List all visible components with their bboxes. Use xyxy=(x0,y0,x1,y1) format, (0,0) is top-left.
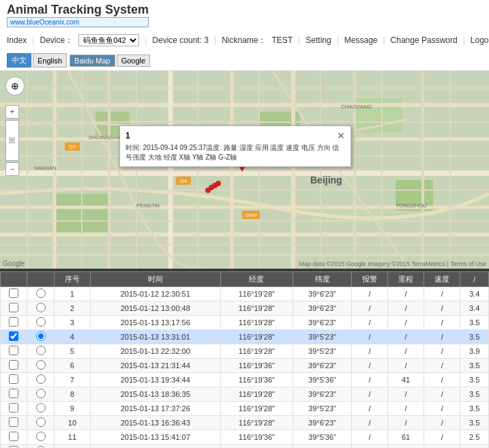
row-radio[interactable] xyxy=(36,374,46,384)
row-lat: 39°5'36" xyxy=(293,373,352,387)
popup-close-button[interactable]: ✕ xyxy=(337,130,345,141)
row-time: 2015-01-13 22:32:00 xyxy=(90,344,220,359)
col-checkbox xyxy=(1,272,27,287)
row-checkbox-cell[interactable] xyxy=(1,287,27,301)
table-row[interactable]: 11 2015-01-13 15:41:07 116°19'36" 39°5'3… xyxy=(1,430,489,445)
nav-message[interactable]: Message xyxy=(344,35,378,45)
row-radio-cell[interactable] xyxy=(27,387,54,402)
device-select[interactable]: 码鱼鱼鱼042 xyxy=(78,34,139,46)
zoom-in-button[interactable]: + xyxy=(5,105,19,119)
map-type-buttons: Baidu Map Google xyxy=(70,55,150,67)
row-checkbox[interactable] xyxy=(9,389,18,398)
nav-nickname-label: Nickname： xyxy=(222,35,266,46)
row-lat: 39°6'23" xyxy=(293,301,352,316)
row-extra: 4 xyxy=(460,445,489,449)
row-checkbox[interactable] xyxy=(9,374,18,384)
row-checkbox[interactable] xyxy=(9,360,18,370)
nav-index[interactable]: Index xyxy=(7,35,27,45)
table-row[interactable]: 7 2015-01-13 19:34:44 116°19'36" 39°5'36… xyxy=(1,373,489,387)
table-row[interactable]: 12 2015-01-13 14:43:01 116°19'28" 39°6'2… xyxy=(1,445,489,449)
lang-chinese[interactable]: 中文 xyxy=(7,53,31,68)
row-extra: 3.5 xyxy=(460,402,489,416)
svg-text:CHAOYANG: CHAOYANG xyxy=(341,104,372,110)
row-checkbox-cell[interactable] xyxy=(1,373,27,387)
row-radio[interactable] xyxy=(36,360,46,370)
row-alarm: / xyxy=(351,359,387,373)
row-checkbox-cell[interactable] xyxy=(1,430,27,445)
lang-english[interactable]: English xyxy=(33,53,67,68)
row-radio-cell[interactable] xyxy=(27,287,54,301)
row-lng: 116°19'28" xyxy=(220,287,293,301)
row-idx: 10 xyxy=(54,416,90,430)
svg-rect-0 xyxy=(0,71,489,269)
row-radio-cell[interactable] xyxy=(27,402,54,416)
row-checkbox-cell[interactable] xyxy=(1,359,27,373)
table-row[interactable]: 10 2015-01-13 16:36:43 116°19'28" 39°6'2… xyxy=(1,416,489,430)
row-checkbox[interactable] xyxy=(9,403,18,413)
row-radio[interactable] xyxy=(36,331,46,341)
map-baidu[interactable]: Baidu Map xyxy=(70,55,115,67)
row-radio-cell[interactable] xyxy=(27,330,54,344)
row-extra: 2.5 xyxy=(460,430,489,445)
row-alarm: / xyxy=(351,416,387,430)
table-row[interactable]: 1 2015-01-12 12:30:51 116°19'28" 39°6'23… xyxy=(1,287,489,301)
row-radio-cell[interactable] xyxy=(27,430,54,445)
row-checkbox[interactable] xyxy=(9,417,18,427)
row-checkbox[interactable] xyxy=(9,303,18,312)
table-row[interactable]: 4 2015-01-13 13:31:01 116°19'28" 39°5'23… xyxy=(1,330,489,344)
nav-logout[interactable]: Logout xyxy=(471,35,489,45)
map-container[interactable]: Beijing HAIDIAN CHAOYANG SHIJINGSHAN FEN… xyxy=(0,71,489,269)
row-radio[interactable] xyxy=(36,288,46,298)
row-checkbox[interactable] xyxy=(9,331,18,341)
row-checkbox-cell[interactable] xyxy=(1,344,27,359)
nav-setting[interactable]: Setting xyxy=(306,35,331,45)
row-radio-cell[interactable] xyxy=(27,316,54,330)
logo-url: www.blueOceanix.com xyxy=(7,17,149,27)
row-checkbox-cell[interactable] xyxy=(1,402,27,416)
col-radio xyxy=(27,272,54,287)
row-checkbox-cell[interactable] xyxy=(1,330,27,344)
row-radio[interactable] xyxy=(36,432,46,441)
nav-items: Index | Device： 码鱼鱼鱼042 | Device count: … xyxy=(7,34,489,46)
row-time: 2015-01-13 15:41:07 xyxy=(90,430,220,445)
row-mileage: / xyxy=(388,416,424,430)
row-lat: 39°5'23" xyxy=(293,402,352,416)
row-radio-cell[interactable] xyxy=(27,445,54,449)
row-radio[interactable] xyxy=(36,317,46,327)
table-row[interactable]: 2 2015-01-12 13:00:48 116°19'28" 39°6'23… xyxy=(1,301,489,316)
row-radio-cell[interactable] xyxy=(27,373,54,387)
nav-change-password[interactable]: Change Password xyxy=(391,35,458,45)
row-radio-cell[interactable] xyxy=(27,416,54,430)
row-checkbox-cell[interactable] xyxy=(1,387,27,402)
row-checkbox-cell[interactable] xyxy=(1,301,27,316)
row-checkbox-cell[interactable] xyxy=(1,416,27,430)
table-row[interactable]: 5 2015-01-13 22:32:00 116°19'28" 39°5'23… xyxy=(1,344,489,359)
row-radio[interactable] xyxy=(36,417,46,427)
row-radio[interactable] xyxy=(36,303,46,312)
row-checkbox[interactable] xyxy=(9,317,18,327)
row-checkbox-cell[interactable] xyxy=(1,445,27,449)
row-checkbox[interactable] xyxy=(9,432,18,441)
row-checkbox[interactable] xyxy=(9,346,18,355)
zoom-slider[interactable]: |||| xyxy=(5,120,19,161)
table-row[interactable]: 6 2015-01-13 21:31:44 116°19'36" 39°6'23… xyxy=(1,359,489,373)
svg-text:G6: G6 xyxy=(180,178,188,184)
row-radio-cell[interactable] xyxy=(27,359,54,373)
compass-button[interactable]: ⊕ xyxy=(5,76,25,95)
row-extra: 3.4 xyxy=(460,287,489,301)
row-radio-cell[interactable] xyxy=(27,301,54,316)
table-row[interactable]: 9 2015-01-13 17:37:26 116°19'28" 39°5'23… xyxy=(1,402,489,416)
map-google[interactable]: Google xyxy=(117,55,150,67)
row-checkbox[interactable] xyxy=(9,288,18,298)
zoom-out-button[interactable]: − xyxy=(5,162,19,176)
row-radio[interactable] xyxy=(36,403,46,413)
row-radio-cell[interactable] xyxy=(27,344,54,359)
row-extra: 3.5 xyxy=(460,359,489,373)
row-time: 2015-01-13 18:36:35 xyxy=(90,387,220,402)
table-row[interactable]: 3 2015-01-13 13:17:56 116°19'28" 39°6'23… xyxy=(1,316,489,330)
row-radio[interactable] xyxy=(36,389,46,398)
table-row[interactable]: 8 2015-01-13 18:36:35 116°19'28" 39°6'23… xyxy=(1,387,489,402)
row-radio[interactable] xyxy=(36,346,46,355)
row-checkbox-cell[interactable] xyxy=(1,316,27,330)
row-alarm: / xyxy=(351,287,387,301)
